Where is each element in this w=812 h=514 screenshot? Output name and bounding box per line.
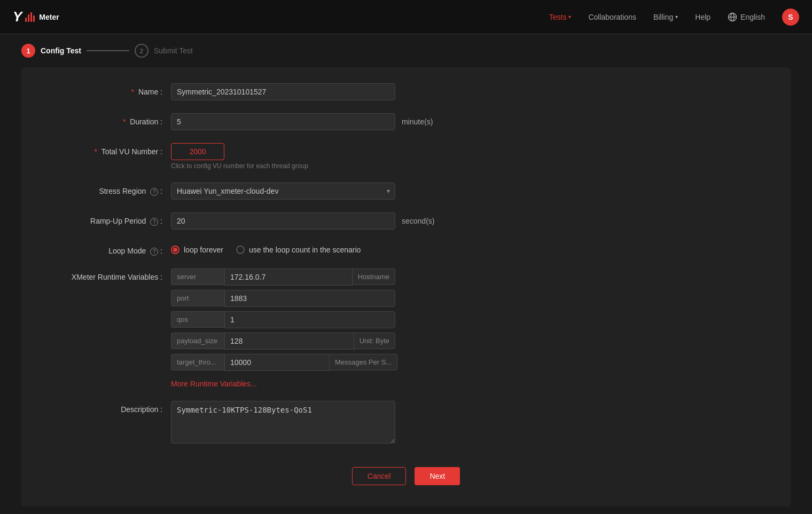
loop-count-option[interactable]: use the loop count in the scenario [236, 246, 361, 254]
step-2-circle: 2 [135, 44, 149, 58]
rv-port-key: port [171, 290, 224, 306]
step-1: 1 Config Test [21, 44, 81, 58]
user-avatar[interactable]: S [782, 9, 799, 26]
step-2: 2 Submit Test [135, 44, 193, 58]
region-row: Stress Region ? : Huawei Yun_xmeter-clou… [21, 183, 791, 200]
step-2-label: Submit Test [154, 46, 193, 55]
rv-server-key: server [171, 268, 224, 285]
description-textarea[interactable]: Symmetric-10KTPS-128Bytes-QoS1 [171, 401, 395, 444]
region-help-icon[interactable]: ? [150, 188, 158, 196]
loop-count-radio[interactable] [236, 246, 245, 254]
loop-forever-label: loop forever [184, 246, 223, 254]
form-container: * Name : * Duration : minute(s) * Total … [21, 67, 791, 507]
loopmode-label: Loop Mode ? : [53, 242, 171, 256]
step-1-label: Config Test [41, 46, 81, 55]
rv-payload-row: payload_size Unit: Byte [171, 333, 395, 350]
rv-server-value[interactable] [224, 268, 353, 286]
duration-required-star: * [123, 117, 126, 126]
vu-label: * Total VU Number : [53, 143, 171, 156]
duration-suffix: minute(s) [395, 113, 439, 130]
rv-target-value[interactable] [224, 354, 330, 371]
description-row: Description : Symmetric-10KTPS-128Bytes-… [21, 401, 791, 444]
navbar: Y Meter Tests ▾ Collaborations Billing ▾… [0, 0, 812, 34]
rv-qos-row: qos [171, 311, 395, 328]
steps-bar: 1 Config Test 2 Submit Test [0, 34, 812, 67]
vu-row: * Total VU Number : 2000 Click to config… [21, 143, 791, 170]
rampup-help-icon[interactable]: ? [150, 218, 158, 226]
region-label: Stress Region ? : [53, 183, 171, 196]
rv-payload-suffix: Unit: Byte [354, 333, 395, 349]
rampup-suffix: second(s) [395, 212, 441, 230]
action-bar: Cancel Next [21, 456, 791, 491]
step-1-circle: 1 [21, 44, 35, 58]
rv-qos-value[interactable] [224, 311, 395, 328]
nav-billing[interactable]: Billing ▾ [653, 13, 678, 21]
more-vars-link[interactable]: More Runtime Variables... [171, 379, 257, 388]
vu-required-star: * [95, 147, 97, 156]
globe-icon [728, 12, 737, 22]
loop-forever-radio[interactable] [171, 246, 179, 254]
logo[interactable]: Y Meter [13, 9, 59, 25]
step-connector [87, 50, 129, 51]
logo-y: Y [13, 9, 22, 25]
rv-port-row: port [171, 290, 395, 307]
nav-collaborations[interactable]: Collaborations [588, 13, 636, 21]
rv-qos-key: qos [171, 311, 224, 328]
nav-help[interactable]: Help [695, 13, 710, 21]
rv-port-value[interactable] [224, 290, 395, 307]
rampup-label: Ramp-Up Period ? : [53, 212, 171, 226]
cancel-button[interactable]: Cancel [352, 467, 407, 485]
duration-label: * Duration : [53, 113, 171, 126]
nav-tests[interactable]: Tests ▾ [549, 13, 572, 21]
runtime-vars-label: XMeter Runtime Variables : [53, 268, 171, 281]
description-label: Description : [53, 401, 171, 414]
user-initial: S [788, 13, 793, 21]
runtime-vars-container: server Hostname port qos payload_size Un… [171, 268, 395, 388]
rv-target-row: target_thro... Messages Per S... [171, 354, 395, 371]
name-row: * Name : [21, 83, 791, 100]
name-label: * Name : [53, 83, 171, 96]
loopmode-help-icon[interactable]: ? [150, 248, 158, 256]
rv-target-key: target_thro... [171, 354, 224, 370]
vu-button[interactable]: 2000 [171, 143, 224, 160]
loop-count-label: use the loop count in the scenario [249, 246, 361, 254]
runtime-vars-row: XMeter Runtime Variables : server Hostna… [21, 268, 791, 388]
rv-target-suffix: Messages Per S... [330, 354, 397, 370]
billing-arrow-icon: ▾ [675, 14, 678, 20]
name-required-star: * [131, 88, 134, 96]
name-input[interactable] [171, 83, 395, 100]
vu-wrapper: 2000 Click to config VU number for each … [171, 143, 308, 170]
logo-meter: Meter [39, 13, 59, 21]
tests-arrow-icon: ▾ [568, 14, 571, 20]
region-select[interactable]: Huawei Yun_xmeter-cloud-dev Default Regi… [171, 183, 395, 200]
rv-payload-key: payload_size [171, 333, 224, 349]
loop-forever-option[interactable]: loop forever [171, 246, 223, 254]
language-selector[interactable]: English [728, 12, 765, 22]
rampup-row: Ramp-Up Period ? : second(s) [21, 212, 791, 230]
loopmode-row: Loop Mode ? : loop forever use the loop … [21, 242, 791, 256]
loop-forever-dot [173, 248, 177, 252]
rv-payload-value[interactable] [224, 333, 354, 350]
rv-server-suffix: Hostname [353, 268, 395, 285]
duration-row: * Duration : minute(s) [21, 113, 791, 130]
duration-input[interactable] [171, 113, 395, 130]
rampup-input[interactable] [171, 212, 395, 230]
vu-hint: Click to config VU number for each threa… [171, 162, 308, 170]
nav-links: Tests ▾ Collaborations Billing ▾ Help En… [549, 9, 799, 26]
loop-mode-group: loop forever use the loop count in the s… [171, 242, 361, 254]
logo-bars-icon [25, 12, 35, 22]
region-select-wrapper: Huawei Yun_xmeter-cloud-dev Default Regi… [171, 183, 395, 200]
next-button[interactable]: Next [415, 467, 460, 485]
rv-server-row: server Hostname [171, 268, 395, 286]
